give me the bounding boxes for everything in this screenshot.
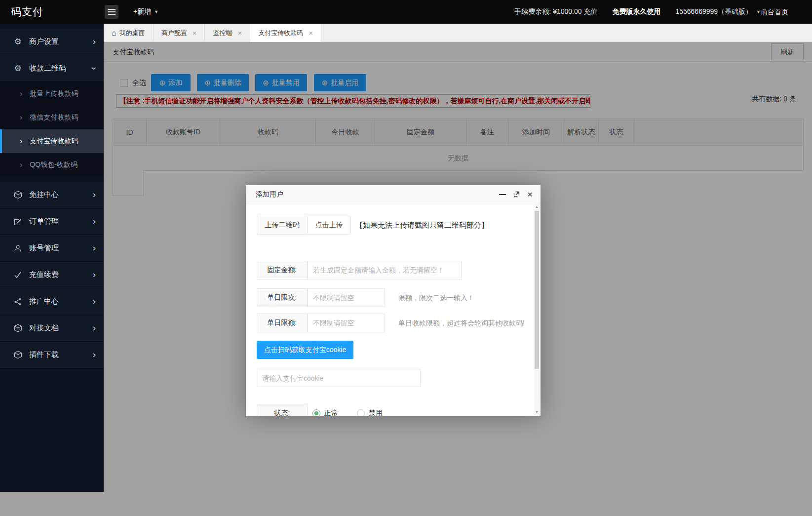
chevron-right-icon: › [93, 216, 96, 226]
gear-icon: ⚙ [13, 38, 23, 46]
modal-overlay-left [0, 492, 104, 516]
upload-qrcode-label: 上传二维码 [257, 216, 308, 235]
radio-normal-label: 正常 [324, 409, 338, 416]
scroll-down-icon[interactable]: ▼ [534, 409, 540, 415]
sidebar-item-merchant-settings[interactable]: ⚙ 商户设置 › [0, 29, 104, 55]
chevron-right-icon: › [93, 350, 96, 359]
arrow-icon: › [20, 89, 22, 98]
fixed-amount-label: 固定金额: [257, 261, 308, 279]
sidebar-item-qrcode[interactable]: ⚙ 收款二维码 › [0, 55, 104, 82]
check-icon [13, 271, 23, 279]
close-icon[interactable]: × [309, 29, 313, 37]
new-dropdown-label: +新增 [133, 7, 151, 16]
modal-body: 上传二维码 点击上传 【如果无法上传请截图只留二维码部分】 固定金额: 单日限次… [246, 203, 541, 416]
minimize-icon[interactable] [499, 194, 506, 195]
scroll-up-icon[interactable]: ▲ [534, 204, 540, 210]
status-options: 正常 禁用 [312, 404, 383, 416]
sidebar-item-accounts[interactable]: 账号管理 › [0, 235, 104, 262]
sidebar-item-promotion[interactable]: 推广中心 › [0, 288, 104, 315]
limit-times-hint: 限额，限次二选一输入！ [398, 288, 474, 307]
close-icon[interactable]: × [237, 29, 242, 37]
status-label: 状态: [257, 404, 308, 416]
radio-disabled-label: 禁用 [369, 409, 383, 416]
chevron-right-icon: › [93, 270, 96, 279]
daily-limit-times-label: 单日限次: [257, 288, 308, 307]
sidebar-item-alipay-code[interactable]: › 支付宝传收款码 [0, 129, 104, 153]
chevron-right-icon: › [93, 323, 96, 332]
account-dropdown[interactable]: 15566669999（基础版） ▼ [675, 7, 761, 16]
modal-titlebar: 添加用户 × [246, 185, 541, 203]
daily-limit-amount-input[interactable] [308, 314, 385, 332]
share-icon [13, 298, 23, 306]
add-user-modal: 添加用户 × 上传二维码 点击上传 【如果无法上传请截图只留二维码部分】 固定金… [246, 185, 541, 416]
maximize-icon[interactable] [513, 191, 520, 198]
radio-normal[interactable] [312, 409, 320, 416]
upload-button[interactable]: 点击上传 [307, 216, 351, 235]
daily-limit-amount-label: 单日限额: [257, 314, 308, 332]
topbar: 码支付 +新增 ▼ 手续费余额: ¥1000.00 充值 免费版永久使用 155… [0, 0, 812, 24]
modal-scrollbar[interactable]: ▲ ▼ [534, 204, 540, 415]
app-logo: 码支付 [11, 0, 43, 24]
modal-controls: × [499, 185, 533, 203]
sidebar-item-wechat-code[interactable]: › 微信支付收款码 [0, 106, 104, 129]
modal-title: 添加用户 [256, 190, 283, 198]
free-version-badge: 免费版永久使用 [612, 7, 660, 16]
account-label: 15566669999（基础版） [675, 7, 752, 16]
sidebar-item-batch-upload[interactable]: › 批量上传收款码 [0, 82, 104, 106]
tab-alipay-code[interactable]: 支付宝传收款码 × [250, 24, 321, 42]
sidebar-item-qq-wallet[interactable]: › QQ钱包-收款码 [0, 153, 104, 177]
chevron-right-icon: › [93, 37, 96, 46]
user-icon [13, 244, 23, 252]
caret-down-icon: ▼ [756, 9, 761, 14]
close-icon[interactable]: × [193, 29, 197, 37]
tab-desktop[interactable]: ⌂ 我的桌面 [104, 24, 154, 42]
hamburger-icon[interactable] [105, 5, 118, 19]
arrow-icon: › [20, 160, 22, 169]
limit-amount-hint: 单日收款限额，超过将会轮询其他收款码! [398, 314, 525, 332]
tab-merchant-config[interactable]: 商户配置 × [154, 24, 205, 42]
scan-cookie-button[interactable]: 点击扫码获取支付宝cookie [257, 341, 353, 359]
sidebar-item-recharge[interactable]: 充值续费 › [0, 262, 104, 288]
scrollbar-thumb[interactable] [535, 211, 539, 369]
sidebar: ⚙ 商户设置 › ⚙ 收款二维码 › › 批量上传收款码 › 微信支付收款码 ›… [0, 24, 104, 492]
home-icon: ⌂ [112, 29, 116, 38]
topbar-right: 手续费余额: ¥1000.00 充值 免费版永久使用 15566669999（基… [514, 0, 761, 24]
cube-icon [13, 324, 23, 332]
edit-icon [13, 218, 23, 226]
sidebar-item-free-hang[interactable]: 免挂中心 › [0, 182, 104, 208]
daily-limit-times-input[interactable] [308, 288, 385, 307]
caret-down-icon: ▼ [154, 9, 158, 14]
fee-balance: 手续费余额: ¥1000.00 充值 [514, 7, 597, 16]
cube-icon [13, 191, 23, 199]
sidebar-item-api-docs[interactable]: 对接文档 › [0, 315, 104, 342]
tabbar: ⌂ 我的桌面 商户配置 × 监控端 × 支付宝传收款码 × [104, 24, 812, 42]
close-icon[interactable]: × [527, 190, 533, 199]
new-dropdown[interactable]: +新增 ▼ [133, 0, 158, 24]
chevron-right-icon: › [93, 243, 96, 252]
arrow-icon: › [20, 137, 22, 146]
chevron-right-icon: › [93, 296, 96, 306]
sidebar-item-plugin-download[interactable]: 插件下载 › [0, 342, 104, 368]
front-home-link[interactable]: 前台首页 [761, 0, 812, 24]
recharge-link[interactable]: 充值 [583, 7, 597, 15]
sidebar-item-orders[interactable]: 订单管理 › [0, 208, 104, 235]
fixed-amount-input[interactable] [308, 261, 462, 279]
sidebar-submenu: › 批量上传收款码 › 微信支付收款码 › 支付宝传收款码 › QQ钱包-收款码 [0, 82, 104, 177]
cube-icon [13, 351, 23, 359]
chevron-down-icon: › [89, 67, 99, 70]
chevron-right-icon: › [93, 190, 96, 199]
arrow-icon: › [20, 113, 22, 122]
tab-monitor[interactable]: 监控端 × [205, 24, 250, 42]
cookie-input[interactable] [257, 369, 421, 387]
gear-icon: ⚙ [13, 64, 23, 73]
radio-disabled[interactable] [357, 409, 365, 416]
upload-hint: 【如果无法上传请截图只留二维码部分】 [355, 216, 489, 235]
